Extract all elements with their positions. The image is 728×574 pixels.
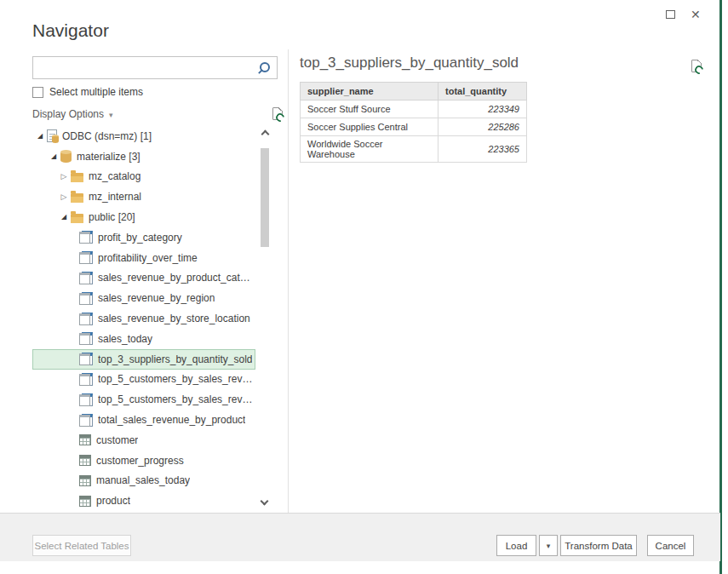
tree-item-label: profit_by_category <box>98 232 182 244</box>
dialog-title: Navigator <box>32 20 109 41</box>
column-header: total_quantity <box>439 83 527 100</box>
supplier-name-cell: Soccer Supplies Central <box>301 118 439 136</box>
search-icon[interactable] <box>259 62 271 74</box>
tree-item-label: mz_catalog <box>89 170 140 182</box>
tree-item-sales-revenue-by-store-location[interactable]: sales_revenue_by_store_location <box>32 308 255 329</box>
total-quantity-cell: 225286 <box>439 118 527 136</box>
select-multiple-items[interactable]: Select multiple items <box>32 86 143 98</box>
expander-expanded-icon[interactable]: ◢ <box>49 153 59 160</box>
view-icon <box>79 313 93 325</box>
refresh-preview-icon[interactable] <box>691 60 702 72</box>
tree-item-top-3-suppliers-by-quantity-sold[interactable]: top_3_suppliers_by_quantity_sold <box>32 349 255 370</box>
tree-item-mz-catalog[interactable]: ▷mz_catalog <box>32 167 255 187</box>
tree-item-label: public [20] <box>89 211 135 223</box>
window-edge-strip <box>719 0 722 574</box>
tree-item-label: customer_progress <box>96 455 184 467</box>
total-quantity-cell: 223349 <box>439 100 527 118</box>
table-icon <box>79 475 91 486</box>
search-input[interactable] <box>33 57 277 78</box>
view-icon <box>79 414 93 427</box>
tree-item-label: sales_today <box>98 333 152 345</box>
tree-item-odbc-dsn-mz-1[interactable]: ◢ODBC (dsn=mz) [1] <box>32 126 255 146</box>
tree-item-label: top_5_customers_by_sales_revenue_tim... <box>98 393 255 405</box>
table-row: Soccer Supplies Central225286 <box>301 118 527 136</box>
table-row: Soccer Stuff Source223349 <box>301 100 527 118</box>
tree-item-label: mz_internal <box>89 191 141 203</box>
tree-item-label: total_sales_revenue_by_product <box>98 414 245 426</box>
preview-table: supplier_nametotal_quantity Soccer Stuff… <box>300 82 527 163</box>
refresh-navigator-icon[interactable] <box>272 107 283 120</box>
tree-item-total-sales-revenue-by-product[interactable]: total_sales_revenue_by_product <box>32 410 255 430</box>
chevron-down-icon: ▾ <box>109 111 113 119</box>
tree-item-sales-revenue-by-region[interactable]: sales_revenue_by_region <box>32 288 255 308</box>
tree-scrollbar[interactable] <box>258 128 272 509</box>
tree-item-label: product <box>96 495 130 507</box>
tree-item-materialize-3[interactable]: ◢materialize [3] <box>32 146 255 167</box>
tree-item-product[interactable]: product <box>32 491 255 511</box>
tree-item-label: customer <box>96 434 138 446</box>
tree-item-sales-today[interactable]: sales_today <box>32 329 255 349</box>
tree-item-top-5-customers-by-sales-revenue-tim[interactable]: top_5_customers_by_sales_revenue_tim... <box>32 389 255 410</box>
tree-item-mz-internal[interactable]: ▷mz_internal <box>32 187 255 207</box>
preview-table-body: Soccer Stuff Source223349Soccer Supplies… <box>301 100 527 163</box>
preview-table-header-row: supplier_nametotal_quantity <box>301 83 527 100</box>
cancel-button[interactable]: Cancel <box>647 535 694 556</box>
tree-item-label: sales_revenue_by_region <box>98 292 215 304</box>
folder-icon <box>71 193 83 203</box>
column-header: supplier_name <box>301 83 439 100</box>
view-icon <box>79 231 93 244</box>
view-icon <box>79 332 93 345</box>
expander-expanded-icon[interactable]: ◢ <box>59 214 69 221</box>
transform-data-button[interactable]: Transform Data <box>560 535 637 556</box>
table-icon <box>79 496 91 507</box>
odbc-source-icon <box>47 129 57 142</box>
tree-item-label: profitability_over_time <box>98 252 198 264</box>
expander-collapsed-icon[interactable]: ▷ <box>59 193 69 201</box>
tree-item-label: top_3_suppliers_by_quantity_sold <box>98 353 252 365</box>
view-icon <box>79 373 93 386</box>
supplier-name-cell: Soccer Stuff Source <box>301 100 439 118</box>
close-icon[interactable]: ✕ <box>691 9 701 20</box>
tree-item-label: ODBC (dsn=mz) [1] <box>62 130 152 142</box>
footer-bar: Select Related Tables Load ▾ Transform D… <box>0 513 720 561</box>
table-icon <box>79 455 91 466</box>
database-icon <box>60 151 72 163</box>
table-icon <box>79 434 91 445</box>
view-icon <box>79 272 93 284</box>
select-multiple-checkbox[interactable] <box>32 87 43 98</box>
scroll-down-icon[interactable] <box>261 497 269 506</box>
pane-divider <box>288 49 289 513</box>
tree-item-label: manual_sales_today <box>96 474 190 486</box>
tree-item-profit-by-category[interactable]: profit_by_category <box>32 227 255 248</box>
restore-window-icon[interactable] <box>666 10 675 19</box>
supplier-name-cell: Worldwide Soccer Warehouse <box>301 136 439 163</box>
display-options-label: Display Options <box>32 108 104 120</box>
tree-item-manual-sales-today[interactable]: manual_sales_today <box>32 471 255 491</box>
scrollbar-thumb[interactable] <box>261 148 269 247</box>
preview-title: top_3_suppliers_by_quantity_sold <box>300 55 674 72</box>
window-controls: ✕ <box>666 9 701 20</box>
view-icon <box>79 353 93 365</box>
tree-item-public-20[interactable]: ◢public [20] <box>32 207 255 227</box>
tree-item-sales-revenue-by-product-category[interactable]: sales_revenue_by_product_category <box>32 268 255 289</box>
table-row: Worldwide Soccer Warehouse223365 <box>301 136 527 163</box>
search-box[interactable] <box>32 56 278 79</box>
select-multiple-label: Select multiple items <box>49 86 143 98</box>
tree-item-profitability-over-time[interactable]: profitability_over_time <box>32 248 255 268</box>
tree-item-customer[interactable]: customer <box>32 430 255 451</box>
load-button[interactable]: Load <box>496 535 536 556</box>
tree-item-top-5-customers-by-sales-revenue[interactable]: top_5_customers_by_sales_revenue <box>32 370 255 390</box>
expander-expanded-icon[interactable]: ◢ <box>35 133 45 140</box>
tree-item-label: materialize [3] <box>77 151 140 163</box>
view-icon <box>79 251 93 264</box>
select-related-tables-button[interactable]: Select Related Tables <box>32 535 131 556</box>
display-options-dropdown[interactable]: Display Options▾ <box>32 108 113 120</box>
tree-item-label: sales_revenue_by_store_location <box>98 313 250 324</box>
scroll-up-icon[interactable] <box>261 130 269 139</box>
folder-icon <box>71 173 83 182</box>
expander-collapsed-icon[interactable]: ▷ <box>59 173 69 181</box>
load-split-arrow-button[interactable]: ▾ <box>539 535 558 556</box>
tree: ◢ODBC (dsn=mz) [1]◢materialize [3]▷mz_ca… <box>32 126 255 511</box>
tree-item-customer-progress[interactable]: customer_progress <box>32 451 255 471</box>
tree-item-label: top_5_customers_by_sales_revenue <box>98 373 255 385</box>
